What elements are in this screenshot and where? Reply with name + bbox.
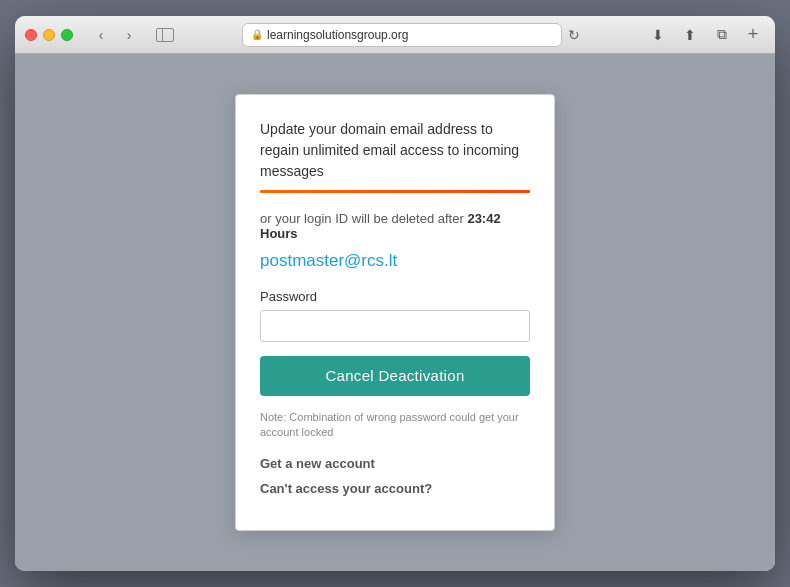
title-bar: ‹ › 🔒 learningsolutionsgroup.org ↻ ⬇ ⬆ ⧉…: [15, 16, 775, 54]
warning-prefix: or your login ID will be deleted after: [260, 211, 464, 226]
address-bar[interactable]: 🔒 learningsolutionsgroup.org: [242, 23, 562, 47]
lock-icon: 🔒: [251, 29, 263, 40]
browser-content: 7 Update your domain email address to re…: [15, 54, 775, 571]
address-bar-container: 🔒 learningsolutionsgroup.org ↻: [185, 23, 637, 47]
note-text: Note: Combination of wrong password coul…: [260, 410, 530, 441]
cant-access-link[interactable]: Can't access your account?: [260, 481, 530, 496]
nav-buttons: ‹ ›: [89, 26, 141, 44]
url-text: learningsolutionsgroup.org: [267, 28, 408, 42]
back-button[interactable]: ‹: [89, 26, 113, 44]
password-label: Password: [260, 289, 530, 304]
modal-title: Update your domain email address to rega…: [260, 119, 530, 182]
password-input[interactable]: [260, 310, 530, 342]
forward-button[interactable]: ›: [117, 26, 141, 44]
warning-text: or your login ID will be deleted after 2…: [260, 211, 530, 241]
email-display: postmaster@rcs.lt: [260, 251, 530, 271]
close-button[interactable]: [25, 29, 37, 41]
sidebar-icon: [156, 28, 174, 42]
minimize-button[interactable]: [43, 29, 55, 41]
tabs-button[interactable]: ⧉: [709, 22, 735, 48]
traffic-lights: [25, 29, 73, 41]
cancel-deactivation-button[interactable]: Cancel Deactivation: [260, 356, 530, 396]
share-button[interactable]: ⬆: [677, 22, 703, 48]
reload-button[interactable]: ↻: [568, 27, 580, 43]
modal-dialog: Update your domain email address to rega…: [235, 94, 555, 532]
sidebar-toggle[interactable]: [153, 26, 177, 44]
browser-window: ‹ › 🔒 learningsolutionsgroup.org ↻ ⬇ ⬆ ⧉…: [15, 16, 775, 571]
orange-divider: [260, 190, 530, 193]
new-tab-button[interactable]: +: [741, 23, 765, 47]
download-button[interactable]: ⬇: [645, 22, 671, 48]
toolbar-right: ⬇ ⬆ ⧉ +: [645, 22, 765, 48]
maximize-button[interactable]: [61, 29, 73, 41]
new-account-link[interactable]: Get a new account: [260, 456, 530, 471]
